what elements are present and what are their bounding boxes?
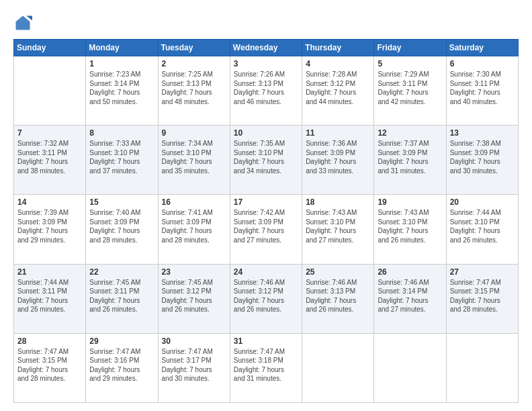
week-row-5: 28Sunrise: 7:47 AM Sunset: 3:15 PM Dayli… <box>14 333 519 402</box>
calendar-cell: 15Sunrise: 7:40 AM Sunset: 3:09 PM Dayli… <box>86 195 158 264</box>
calendar-cell <box>302 333 374 402</box>
cell-info: Sunrise: 7:44 AM Sunset: 3:10 PM Dayligh… <box>450 208 515 244</box>
cell-info: Sunrise: 7:47 AM Sunset: 3:18 PM Dayligh… <box>234 347 298 383</box>
day-number: 23 <box>162 267 226 277</box>
logo <box>13 13 35 32</box>
day-number: 15 <box>89 197 154 207</box>
cell-info: Sunrise: 7:40 AM Sunset: 3:09 PM Dayligh… <box>89 208 154 244</box>
cell-info: Sunrise: 7:46 AM Sunset: 3:13 PM Dayligh… <box>306 278 370 314</box>
cell-info: Sunrise: 7:47 AM Sunset: 3:16 PM Dayligh… <box>89 347 154 383</box>
day-number: 11 <box>306 128 370 138</box>
day-number: 21 <box>17 267 82 277</box>
calendar-cell: 27Sunrise: 7:47 AM Sunset: 3:15 PM Dayli… <box>446 264 518 333</box>
day-number: 25 <box>306 267 370 277</box>
calendar-cell: 18Sunrise: 7:43 AM Sunset: 3:10 PM Dayli… <box>302 195 374 264</box>
day-number: 24 <box>234 267 298 277</box>
calendar-cell <box>446 333 518 402</box>
calendar-cell: 26Sunrise: 7:46 AM Sunset: 3:14 PM Dayli… <box>374 264 446 333</box>
calendar-cell: 24Sunrise: 7:46 AM Sunset: 3:12 PM Dayli… <box>230 264 302 333</box>
cell-info: Sunrise: 7:39 AM Sunset: 3:09 PM Dayligh… <box>17 208 82 244</box>
calendar-cell: 5Sunrise: 7:29 AM Sunset: 3:11 PM Daylig… <box>374 56 446 126</box>
cell-info: Sunrise: 7:45 AM Sunset: 3:11 PM Dayligh… <box>89 278 154 314</box>
day-number: 5 <box>378 59 442 68</box>
cell-info: Sunrise: 7:25 AM Sunset: 3:13 PM Dayligh… <box>162 70 226 106</box>
day-number: 17 <box>234 197 298 207</box>
calendar-cell: 7Sunrise: 7:32 AM Sunset: 3:11 PM Daylig… <box>14 126 86 195</box>
calendar-cell: 2Sunrise: 7:25 AM Sunset: 3:13 PM Daylig… <box>158 56 230 126</box>
calendar-cell: 4Sunrise: 7:28 AM Sunset: 3:12 PM Daylig… <box>302 56 374 126</box>
calendar-table: SundayMondayTuesdayWednesdayThursdayFrid… <box>13 39 519 403</box>
cell-info: Sunrise: 7:41 AM Sunset: 3:09 PM Dayligh… <box>162 208 226 244</box>
calendar-cell: 14Sunrise: 7:39 AM Sunset: 3:09 PM Dayli… <box>14 195 86 264</box>
cell-info: Sunrise: 7:47 AM Sunset: 3:15 PM Dayligh… <box>450 278 515 314</box>
calendar-cell: 30Sunrise: 7:47 AM Sunset: 3:17 PM Dayli… <box>158 333 230 402</box>
cell-info: Sunrise: 7:37 AM Sunset: 3:09 PM Dayligh… <box>378 139 442 175</box>
day-number: 20 <box>450 197 515 207</box>
cell-info: Sunrise: 7:44 AM Sunset: 3:11 PM Dayligh… <box>17 278 82 314</box>
day-number: 3 <box>234 59 298 68</box>
header-day-sunday: Sunday <box>14 40 86 56</box>
day-number: 12 <box>378 128 442 138</box>
day-number: 31 <box>234 336 298 346</box>
day-number: 16 <box>162 197 226 207</box>
calendar-cell: 25Sunrise: 7:46 AM Sunset: 3:13 PM Dayli… <box>302 264 374 333</box>
day-number: 10 <box>234 128 298 138</box>
cell-info: Sunrise: 7:33 AM Sunset: 3:10 PM Dayligh… <box>89 139 154 175</box>
cell-info: Sunrise: 7:38 AM Sunset: 3:09 PM Dayligh… <box>450 139 515 175</box>
calendar-cell: 13Sunrise: 7:38 AM Sunset: 3:09 PM Dayli… <box>446 126 518 195</box>
header-row: SundayMondayTuesdayWednesdayThursdayFrid… <box>14 40 519 56</box>
day-number: 22 <box>89 267 154 277</box>
week-row-3: 14Sunrise: 7:39 AM Sunset: 3:09 PM Dayli… <box>14 195 519 264</box>
day-number: 9 <box>162 128 226 138</box>
header-day-tuesday: Tuesday <box>158 40 230 56</box>
page: SundayMondayTuesdayWednesdayThursdayFrid… <box>0 0 532 411</box>
week-row-1: 1Sunrise: 7:23 AM Sunset: 3:14 PM Daylig… <box>14 56 519 126</box>
day-number: 30 <box>162 336 226 346</box>
calendar-cell: 23Sunrise: 7:45 AM Sunset: 3:12 PM Dayli… <box>158 264 230 333</box>
week-row-4: 21Sunrise: 7:44 AM Sunset: 3:11 PM Dayli… <box>14 264 519 333</box>
day-number: 19 <box>378 197 442 207</box>
calendar-cell: 10Sunrise: 7:35 AM Sunset: 3:10 PM Dayli… <box>230 126 302 195</box>
calendar-header: SundayMondayTuesdayWednesdayThursdayFrid… <box>14 40 519 56</box>
day-number: 18 <box>306 197 370 207</box>
calendar-cell: 11Sunrise: 7:36 AM Sunset: 3:09 PM Dayli… <box>302 126 374 195</box>
header-day-saturday: Saturday <box>446 40 518 56</box>
calendar-cell: 1Sunrise: 7:23 AM Sunset: 3:14 PM Daylig… <box>86 56 158 126</box>
cell-info: Sunrise: 7:28 AM Sunset: 3:12 PM Dayligh… <box>306 70 370 106</box>
calendar-cell: 19Sunrise: 7:43 AM Sunset: 3:10 PM Dayli… <box>374 195 446 264</box>
day-number: 28 <box>17 336 82 346</box>
header-day-thursday: Thursday <box>302 40 374 56</box>
day-number: 14 <box>17 197 82 207</box>
day-number: 4 <box>306 59 370 68</box>
cell-info: Sunrise: 7:30 AM Sunset: 3:11 PM Dayligh… <box>450 70 515 106</box>
calendar-cell: 16Sunrise: 7:41 AM Sunset: 3:09 PM Dayli… <box>158 195 230 264</box>
cell-info: Sunrise: 7:42 AM Sunset: 3:09 PM Dayligh… <box>234 208 298 244</box>
calendar-cell <box>374 333 446 402</box>
logo-icon <box>13 13 32 32</box>
day-number: 6 <box>450 59 515 68</box>
calendar-cell: 3Sunrise: 7:26 AM Sunset: 3:13 PM Daylig… <box>230 56 302 126</box>
cell-info: Sunrise: 7:47 AM Sunset: 3:15 PM Dayligh… <box>17 347 82 383</box>
calendar-cell: 20Sunrise: 7:44 AM Sunset: 3:10 PM Dayli… <box>446 195 518 264</box>
cell-info: Sunrise: 7:46 AM Sunset: 3:14 PM Dayligh… <box>378 278 442 314</box>
day-number: 27 <box>450 267 515 277</box>
cell-info: Sunrise: 7:45 AM Sunset: 3:12 PM Dayligh… <box>162 278 226 314</box>
calendar-cell: 8Sunrise: 7:33 AM Sunset: 3:10 PM Daylig… <box>86 126 158 195</box>
cell-info: Sunrise: 7:36 AM Sunset: 3:09 PM Dayligh… <box>306 139 370 175</box>
header-day-friday: Friday <box>374 40 446 56</box>
day-number: 26 <box>378 267 442 277</box>
calendar-cell: 31Sunrise: 7:47 AM Sunset: 3:18 PM Dayli… <box>230 333 302 402</box>
calendar-cell: 21Sunrise: 7:44 AM Sunset: 3:11 PM Dayli… <box>14 264 86 333</box>
cell-info: Sunrise: 7:47 AM Sunset: 3:17 PM Dayligh… <box>162 347 226 383</box>
calendar-cell: 22Sunrise: 7:45 AM Sunset: 3:11 PM Dayli… <box>86 264 158 333</box>
cell-info: Sunrise: 7:34 AM Sunset: 3:10 PM Dayligh… <box>162 139 226 175</box>
cell-info: Sunrise: 7:32 AM Sunset: 3:11 PM Dayligh… <box>17 139 82 175</box>
calendar-cell: 9Sunrise: 7:34 AM Sunset: 3:10 PM Daylig… <box>158 126 230 195</box>
calendar-cell: 6Sunrise: 7:30 AM Sunset: 3:11 PM Daylig… <box>446 56 518 126</box>
cell-info: Sunrise: 7:43 AM Sunset: 3:10 PM Dayligh… <box>378 208 442 244</box>
cell-info: Sunrise: 7:43 AM Sunset: 3:10 PM Dayligh… <box>306 208 370 244</box>
svg-marker-0 <box>16 16 30 30</box>
calendar-cell <box>14 56 86 126</box>
day-number: 8 <box>89 128 154 138</box>
calendar-cell: 17Sunrise: 7:42 AM Sunset: 3:09 PM Dayli… <box>230 195 302 264</box>
